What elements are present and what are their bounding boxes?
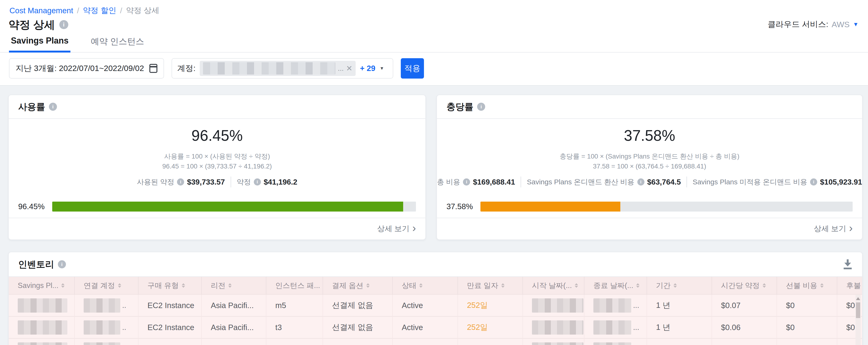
account-label: 계정: bbox=[177, 63, 195, 74]
inventory-header: 인벤토리 i bbox=[9, 252, 862, 277]
cell-region: Asia Pacifi... bbox=[202, 294, 266, 316]
caret-down-icon[interactable]: ▼ bbox=[853, 22, 859, 27]
detail-link-label: 상세 보기 bbox=[814, 224, 846, 234]
info-icon[interactable]: i bbox=[810, 178, 817, 185]
cell-expiry: 252일 bbox=[458, 294, 523, 316]
cell-end-date-redacted: ... bbox=[584, 294, 647, 316]
table-row[interactable]: .. EC2 Instance Asia Pacifi... m5 선결제 없음… bbox=[9, 294, 863, 316]
info-icon[interactable]: i bbox=[254, 178, 261, 185]
sort-icon[interactable] bbox=[820, 283, 824, 288]
filter-bar: 지난 3개월: 2022/07/01~2022/09/02 계정: ... ✕ … bbox=[0, 53, 868, 86]
cell-purchase-type: EC2 Instance bbox=[138, 316, 202, 338]
inventory-title-wrap: 인벤토리 i bbox=[18, 258, 66, 270]
redacted-value bbox=[84, 342, 120, 345]
apply-button[interactable]: 적용 bbox=[401, 58, 424, 79]
cell-end-date-redacted: ... bbox=[584, 338, 647, 345]
col-instance-family[interactable]: 인스턴스 패... bbox=[266, 277, 323, 294]
account-selector[interactable]: 계정: ... ✕ + 29 ▼ bbox=[172, 58, 393, 79]
coverage-progress-fill bbox=[480, 202, 620, 211]
col-expiry[interactable]: 만료 일자 bbox=[458, 277, 523, 294]
info-icon[interactable]: i bbox=[637, 178, 645, 185]
vertical-scrollbar[interactable] bbox=[856, 295, 861, 345]
cell-payment-option: 선결제 없음 bbox=[323, 338, 393, 345]
cell-start-date-redacted bbox=[523, 294, 584, 316]
stat-value: $39,733.57 bbox=[187, 178, 225, 186]
usage-card-header: 사용률 i bbox=[9, 95, 425, 119]
cell-term: 1 년 bbox=[647, 294, 712, 316]
cell-hourly-commitment: $0.06 bbox=[712, 338, 777, 345]
sort-icon[interactable] bbox=[763, 283, 766, 288]
date-range-selector[interactable]: 지난 3개월: 2022/07/01~2022/09/02 bbox=[9, 58, 164, 79]
sort-icon[interactable] bbox=[228, 283, 231, 288]
cloud-service-label: 클라우드 서비스: bbox=[768, 19, 828, 30]
sort-icon[interactable] bbox=[501, 283, 504, 288]
col-savings-plan[interactable]: Savings Pl... bbox=[9, 277, 74, 294]
sort-icon[interactable] bbox=[575, 283, 578, 288]
col-linked-account[interactable]: 연결 계정 bbox=[74, 277, 138, 294]
info-icon[interactable]: i bbox=[177, 178, 184, 185]
metric-cards-row: 사용률 i 96.45% 사용률 = 100 × (사용된 약정 ÷ 약정) 9… bbox=[8, 95, 863, 240]
account-more-count[interactable]: + 29 bbox=[360, 64, 375, 73]
usage-detail-link[interactable]: 상세 보기 › bbox=[9, 218, 425, 239]
breadcrumb-link-commitment-discount[interactable]: 약정 할인 bbox=[83, 5, 116, 16]
account-chip: ... ✕ bbox=[200, 61, 356, 76]
coverage-card-title: 충당률 bbox=[446, 101, 473, 113]
coverage-detail-link[interactable]: 상세 보기 › bbox=[437, 218, 862, 239]
sort-icon[interactable] bbox=[182, 283, 185, 288]
inventory-table: Savings Pl... 연결 계정 구매 유형 리전 인스턴스 패... 결… bbox=[9, 277, 863, 345]
col-payment-option[interactable]: 결제 옵션 bbox=[323, 277, 393, 294]
tabs-bar: Savings Plans 예약 인스턴스 bbox=[0, 34, 868, 53]
sort-icon[interactable] bbox=[674, 283, 677, 288]
col-start-date[interactable]: 시작 날짜(... bbox=[523, 277, 584, 294]
scrollbar-thumb[interactable] bbox=[856, 303, 860, 318]
info-icon[interactable]: i bbox=[463, 178, 470, 185]
stat-label: 총 비용 bbox=[437, 177, 460, 187]
col-term[interactable]: 기간 bbox=[647, 277, 712, 294]
col-purchase-type[interactable]: 구매 유형 bbox=[138, 277, 202, 294]
sort-icon[interactable] bbox=[366, 283, 370, 288]
table-row[interactable]: .. EC2 Instance Asia Pacifi... c5 선결제 없음… bbox=[9, 338, 863, 345]
info-icon[interactable]: i bbox=[59, 20, 68, 29]
redacted-value bbox=[532, 342, 584, 345]
col-hourly-commitment[interactable]: 시간당 약정 bbox=[712, 277, 777, 294]
breadcrumb-link-cost-management[interactable]: Cost Management bbox=[9, 6, 73, 15]
account-value-redacted bbox=[203, 62, 335, 75]
cell-savings-plan-redacted bbox=[9, 316, 74, 338]
usage-formula: 사용률 = 100 × (사용된 약정 ÷ 약정) bbox=[162, 151, 272, 162]
coverage-calculation: 37.58 = 100 × (63,764.5 ÷ 169,688.41) bbox=[560, 162, 739, 171]
col-status[interactable]: 상태 bbox=[393, 277, 458, 294]
close-icon[interactable]: ✕ bbox=[346, 65, 352, 72]
col-upfront-cost[interactable]: 선불 비용 bbox=[777, 277, 837, 294]
cloud-service-selector[interactable]: 클라우드 서비스: AWS ▼ bbox=[768, 19, 859, 30]
cell-instance-family: c5 bbox=[266, 338, 323, 345]
calendar-icon bbox=[149, 64, 157, 73]
table-row[interactable]: .. EC2 Instance Asia Pacifi... t3 선결제 없음… bbox=[9, 316, 863, 338]
cell-region: Asia Pacifi... bbox=[202, 338, 266, 345]
sort-icon[interactable] bbox=[636, 283, 640, 288]
redacted-value bbox=[593, 320, 631, 335]
download-button[interactable] bbox=[843, 259, 852, 270]
col-recurring-cost[interactable]: 후불 비용 bbox=[837, 277, 863, 294]
stat-label: 약정 bbox=[237, 177, 251, 187]
redacted-value bbox=[532, 320, 584, 335]
tab-reserved-instances[interactable]: 예약 인스턴스 bbox=[89, 34, 146, 53]
info-icon[interactable]: i bbox=[58, 260, 66, 268]
cell-savings-plan-redacted bbox=[9, 294, 74, 316]
col-region[interactable]: 리전 bbox=[202, 277, 266, 294]
cell-expiry: 252일 bbox=[458, 338, 523, 345]
sort-icon[interactable] bbox=[61, 283, 64, 288]
tab-savings-plans[interactable]: Savings Plans bbox=[9, 34, 70, 53]
cell-account-redacted: .. bbox=[74, 338, 138, 345]
caret-down-icon[interactable]: ▼ bbox=[379, 66, 384, 71]
info-icon[interactable]: i bbox=[477, 103, 485, 111]
cell-instance-family: t3 bbox=[266, 316, 323, 338]
sort-icon[interactable] bbox=[118, 283, 121, 288]
redacted-value bbox=[593, 342, 631, 345]
sort-icon[interactable] bbox=[419, 283, 423, 288]
info-icon[interactable]: i bbox=[49, 103, 57, 111]
page-title-row: 약정 상세 i bbox=[0, 16, 868, 31]
scroll-up-icon[interactable] bbox=[856, 297, 860, 300]
col-end-date[interactable]: 종료 날짜(... bbox=[584, 277, 647, 294]
coverage-percent: 37.58% bbox=[624, 127, 675, 144]
stat-label: Savings Plans 온디맨드 환산 비용 bbox=[527, 177, 634, 187]
